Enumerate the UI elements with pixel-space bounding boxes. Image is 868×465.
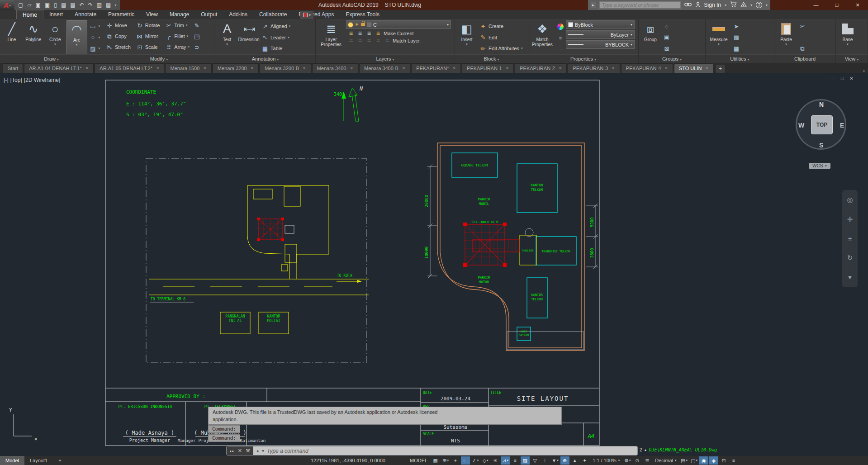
viewcube-west[interactable]: W — [798, 122, 804, 129]
ribbon-tab[interactable]: Output — [195, 10, 223, 19]
file-tab[interactable]: PEKAPURAN-4✕ — [621, 63, 673, 73]
copy-button[interactable]: ⧉Copy — [104, 31, 134, 41]
layer-sun-icon[interactable]: ☀ — [355, 22, 359, 28]
explode-button[interactable]: ◳ — [192, 31, 205, 41]
units-button[interactable]: Decimal▾ — [653, 458, 678, 463]
search-input[interactable] — [599, 1, 681, 9]
file-tab[interactable]: AR.A1-04 DENAH LT.1*✕ — [24, 63, 94, 73]
sign-in-caret-icon[interactable]: ▾ — [725, 3, 726, 7]
paste-button[interactable]: Paste ▾ — [776, 20, 797, 54]
graphics-performance-icon[interactable]: ◉ — [699, 456, 708, 465]
doc-minimize-button[interactable]: — — [830, 76, 835, 81]
file-tab[interactable]: PEKAPURAN-3✕ — [568, 63, 620, 73]
open-folder-icon[interactable]: ▱ — [27, 2, 31, 8]
layer-freeze-icon[interactable]: ≣ — [366, 30, 372, 36]
quick-view-icon[interactable]: ▢▾ — [689, 456, 698, 465]
rectangle-icon[interactable]: ▭▾ — [88, 21, 102, 31]
zoom-icon[interactable]: ± — [848, 235, 852, 242]
close-tab-icon[interactable]: ✕ — [506, 66, 509, 71]
viewcube-south[interactable]: S — [819, 142, 823, 149]
command-input[interactable]: Type a command — [267, 448, 308, 454]
edit-attributes-button[interactable]: ✏Edit Attributes▾ — [478, 43, 524, 53]
draw-panel-title[interactable]: Draw▾ — [0, 54, 103, 64]
file-tab[interactable]: Menara 3400✕ — [312, 63, 358, 73]
aligned-button[interactable]: ↗Aligned▾ — [260, 21, 292, 31]
match-layer-button[interactable]: Match Layer — [393, 38, 420, 43]
modify-panel-title[interactable]: Modify▾ — [103, 54, 215, 64]
file-tab[interactable]: PEKAPURAN-2✕ — [515, 63, 567, 73]
command-close-icon[interactable]: ✕ — [238, 448, 242, 454]
close-tab-icon[interactable]: ✕ — [350, 66, 353, 71]
command-line[interactable]: ▪▪ ✕ ⚒ ▸ ▾ Type a command — [226, 446, 638, 456]
close-tab-icon[interactable]: ✕ — [156, 66, 160, 71]
file-tab[interactable]: Start✕ — [3, 63, 23, 73]
file-tab[interactable]: Menara 3200✕ — [213, 63, 259, 73]
color-combo[interactable]: ByBlock ▾ — [566, 20, 635, 29]
ortho-icon[interactable]: ∟ — [461, 456, 470, 465]
autocad-logo[interactable]: A ▾ — [0, 0, 14, 10]
workspace-gear-icon[interactable]: ⚙▾ — [623, 456, 632, 465]
text-button[interactable]: A Text ▾ — [217, 20, 237, 54]
redo-icon[interactable]: ↷ — [88, 2, 93, 8]
insert-button[interactable]: ◧ Insert ▾ — [456, 20, 477, 54]
quick-calc-button[interactable]: ▦ — [731, 43, 741, 53]
hatch-icon[interactable]: ▨▾ — [88, 43, 102, 53]
ribbon-tab[interactable]: Annotate — [69, 10, 102, 19]
dynamic-ucs-icon[interactable]: ⊥ — [541, 456, 550, 465]
layout1-tab[interactable]: Layout1 — [24, 456, 53, 465]
ribbon-tab[interactable]: Insert — [43, 10, 69, 19]
undo-icon[interactable]: ↶ — [80, 2, 84, 8]
move-button[interactable]: ✛Move — [104, 20, 134, 30]
viewcube-top-face[interactable]: TOP — [811, 115, 833, 134]
ungroup-button[interactable]: ◌ — [662, 21, 672, 31]
file-tab[interactable]: PEKAPURAN*✕ — [411, 63, 461, 73]
ribbon-tab[interactable]: Featured Apps — [293, 10, 340, 19]
layer-lock-icon[interactable] — [361, 23, 365, 26]
hardware-acceleration-icon[interactable]: ◈ — [709, 456, 718, 465]
model-space-canvas[interactable]: COORDINATE E : 114°, 36', 37.7" S : 03°,… — [0, 73, 868, 456]
stretch-button[interactable]: ⇱Stretch — [104, 42, 134, 52]
ribbon-tab[interactable]: Add-ins — [223, 10, 253, 19]
object-snap-icon[interactable]: ⊿▾ — [501, 456, 510, 465]
close-tab-icon[interactable]: ✕ — [85, 66, 89, 71]
annotation-monitor-icon[interactable]: ≣ — [643, 456, 652, 465]
trim-button[interactable]: ✂Trim▾ — [164, 20, 191, 30]
layer-color-swatch[interactable] — [367, 23, 371, 27]
selection-filter-icon[interactable]: ▼▾ — [550, 456, 560, 465]
sign-in-button[interactable]: Sign In — [704, 2, 721, 8]
table-button[interactable]: ▦Table — [260, 43, 292, 53]
ribbon-tab[interactable]: Collaborate — [253, 10, 293, 19]
view-control-button[interactable]: [Top] — [10, 77, 22, 83]
close-tab-icon[interactable]: ✕ — [203, 66, 207, 71]
utilities-panel-title[interactable]: Utilities▾ — [706, 54, 774, 64]
layer-off-icon[interactable]: ≣ — [348, 30, 354, 36]
layer-unlock-icon[interactable]: ≣ — [366, 38, 372, 43]
lineweight-icon[interactable]: ≡ — [511, 456, 520, 465]
isodraft-icon[interactable]: ◇▾ — [481, 456, 490, 465]
viewcube-east[interactable]: E — [840, 122, 844, 129]
command-grip-icon[interactable]: ▪▪ — [230, 448, 234, 454]
save-as-icon[interactable]: ▣ — [45, 2, 50, 8]
command-customize-icon[interactable]: ⚒ — [246, 448, 250, 454]
new-tab-button[interactable]: + — [716, 65, 725, 73]
file-tab[interactable]: Menara 1500✕ — [165, 63, 211, 73]
app-store-icon[interactable] — [740, 2, 747, 9]
ribbon-tab[interactable]: Express Tools — [340, 10, 385, 19]
ellipse-icon[interactable]: ○▾ — [88, 33, 102, 43]
fillet-button[interactable]: ╭Fillet▾ — [164, 31, 191, 41]
help-icon[interactable]: ? — [756, 2, 762, 8]
clipboard-panel-title[interactable]: Clipboard — [774, 54, 835, 63]
selection-cycling-icon[interactable]: ▽ — [531, 456, 540, 465]
scale-button[interactable]: ⊡Scale — [135, 42, 163, 52]
file-tab[interactable]: STO ULIN✕ — [674, 63, 714, 73]
polyline-button[interactable]: ∿ Polyline — [23, 20, 44, 54]
linetype-list-icon[interactable]: ┄ — [559, 47, 562, 52]
block-panel-title[interactable]: Block▾ — [455, 54, 528, 64]
view-panel-title[interactable]: View▾ — [836, 54, 868, 64]
close-button[interactable]: ✕ — [847, 0, 868, 10]
leader-button[interactable]: ↖Leader▾ — [260, 33, 292, 43]
rotate-button[interactable]: ↻Rotate — [135, 20, 163, 30]
qat-customize[interactable]: ▾ — [114, 0, 120, 10]
arc-button[interactable]: ◠ Arc ▾ — [66, 20, 87, 54]
orbit-icon[interactable]: ↻ — [847, 254, 853, 262]
